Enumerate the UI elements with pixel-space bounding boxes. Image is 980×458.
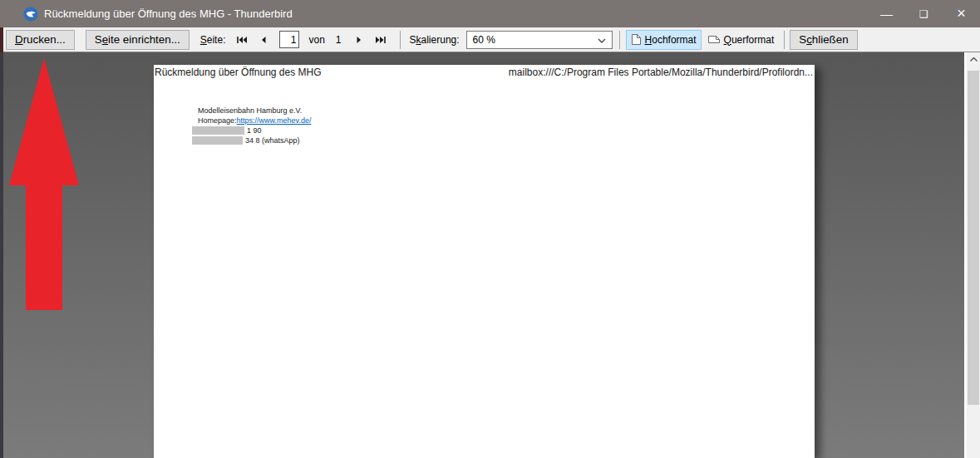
preview-area: Rückmeldung über Öffnung des MHG mailbox…	[0, 52, 967, 458]
toolbar-left-edge-strip	[0, 27, 3, 52]
landscape-page-icon	[707, 34, 721, 45]
portrait-button-label: Hochformat	[645, 34, 697, 46]
toolbar-separator	[619, 31, 620, 49]
scale-dropdown-value: 60 %	[473, 34, 495, 46]
of-label: von	[308, 34, 324, 46]
first-page-icon[interactable]	[234, 32, 250, 48]
maximize-icon[interactable]: ❑	[905, 0, 943, 27]
email-body: Modelleisenbahn Hamburg e.V. Homepage: h…	[192, 106, 311, 145]
chevron-down-icon	[598, 38, 606, 43]
landscape-button[interactable]: Querformat	[702, 30, 780, 50]
phone-fragment: 1 90	[247, 126, 262, 135]
total-pages: 1	[336, 34, 342, 46]
close-icon[interactable]: ×	[943, 0, 980, 27]
page-setup-button-label: Seite einrichten...	[95, 33, 180, 46]
previous-page-icon[interactable]	[255, 32, 272, 48]
page-header-title: Rückmeldung über Öffnung des MHG	[155, 66, 322, 78]
scrollbar-thumb[interactable]	[968, 71, 979, 405]
redaction-box	[192, 126, 244, 135]
page-header-path: mailbox:///C:/Program Files Portable/Moz…	[509, 66, 813, 78]
titlebar[interactable]: Rückmeldung über Öffnung des MHG - Thund…	[0, 0, 980, 27]
vertical-scrollbar[interactable]	[967, 52, 980, 458]
scale-dropdown[interactable]: 60 %	[466, 31, 613, 49]
scale-label: Skalierung:	[410, 34, 460, 46]
print-button[interactable]: Drucken...	[6, 30, 75, 50]
whatsapp-fragment: 34 8 (whatsApp)	[245, 135, 300, 145]
portrait-page-icon	[631, 33, 642, 46]
scroll-up-icon[interactable]	[967, 52, 980, 66]
page-setup-button[interactable]: Seite einrichten...	[86, 30, 190, 50]
homepage-link[interactable]: https://www.mehev.de/	[237, 116, 312, 126]
red-arrow-annotation	[0, 58, 88, 324]
close-preview-button[interactable]: Schließen	[790, 30, 857, 50]
page-preview: Rückmeldung über Öffnung des MHG mailbox…	[154, 65, 815, 458]
toolbar-separator	[400, 31, 401, 49]
caption-buttons: — ❑ ×	[868, 0, 980, 27]
page-label: Seite:	[200, 34, 226, 46]
last-page-icon[interactable]	[372, 32, 389, 48]
page-number-input[interactable]	[279, 31, 299, 48]
portrait-button[interactable]: Hochformat	[626, 30, 702, 50]
print-preview-toolbar: Drucken... Seite einrichten... Seite: vo…	[0, 27, 980, 52]
homepage-label: Homepage:	[198, 116, 237, 126]
thunderbird-app-icon	[23, 7, 38, 22]
thunderbird-print-preview-window: Rückmeldung über Öffnung des MHG - Thund…	[0, 0, 980, 458]
window-title: Rückmeldung über Öffnung des MHG - Thund…	[44, 0, 293, 27]
next-page-icon[interactable]	[351, 32, 367, 48]
page-header: Rückmeldung über Öffnung des MHG mailbox…	[155, 66, 813, 78]
whatsapp-line: 34 8 (whatsApp)	[192, 135, 311, 145]
landscape-button-label: Querformat	[724, 34, 775, 46]
print-button-label: Drucken...	[15, 33, 66, 46]
close-preview-button-label: Schließen	[799, 33, 848, 46]
redaction-box	[192, 136, 243, 145]
minimize-icon[interactable]: —	[868, 0, 905, 27]
homepage-line: Homepage: https://www.mehev.de/	[198, 116, 311, 126]
toolbar-separator	[784, 31, 785, 49]
phone-line: 1 90	[192, 126, 311, 135]
org-name-line: Modelleisenbahn Hamburg e.V.	[198, 106, 311, 116]
